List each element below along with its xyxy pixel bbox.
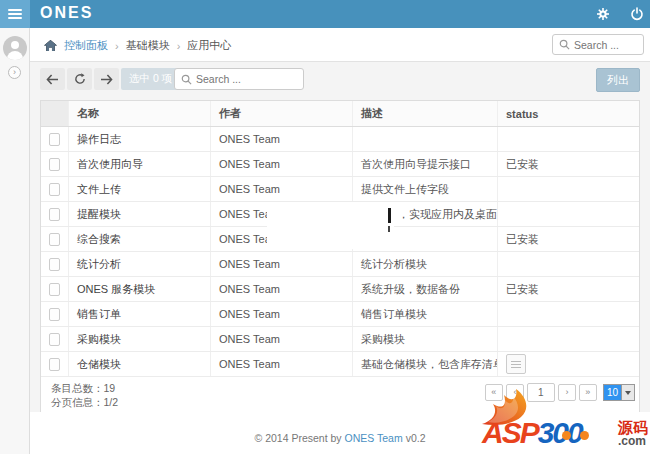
- row-checkbox-cell: [41, 127, 69, 151]
- module-description: 采购模块: [353, 327, 498, 351]
- row-checkbox[interactable]: [49, 233, 60, 246]
- module-description: 销售订单模块: [353, 302, 498, 326]
- page-prev-button[interactable]: ‹: [506, 384, 524, 401]
- table-row: 操作日志ONES Team: [41, 127, 639, 152]
- module-status: 已安装: [498, 227, 639, 251]
- row-checkbox-cell: [41, 152, 69, 176]
- pagination: « ‹ 1 › » 10: [485, 383, 635, 402]
- total-count-value: 19: [104, 382, 116, 394]
- gear-icon[interactable]: [596, 7, 610, 21]
- selected-count-label: 选中 0 项: [129, 72, 172, 86]
- search-icon: [559, 39, 570, 50]
- row-checkbox[interactable]: [49, 208, 60, 221]
- row-checkbox[interactable]: [49, 258, 60, 271]
- row-checkbox[interactable]: [49, 158, 60, 171]
- row-checkbox[interactable]: [49, 333, 60, 346]
- row-checkbox-cell: [41, 352, 69, 376]
- module-name: 操作日志: [69, 127, 211, 151]
- text-cursor-tick: [388, 226, 390, 232]
- table-row: 仓储模块ONES Team基础仓储模块，包含库存清单，出...: [41, 352, 639, 377]
- collapse-icon[interactable]: ›: [8, 66, 21, 79]
- table-search-input[interactable]: [196, 73, 297, 85]
- module-status: 已安装: [498, 152, 639, 176]
- column-header-status[interactable]: status: [498, 101, 639, 126]
- column-header-author[interactable]: 作者: [211, 101, 353, 126]
- app-window: ONES ›: [0, 0, 650, 454]
- module-status: [498, 352, 639, 376]
- breadcrumb-bar: 控制面板 › 基础模块 › 应用中心: [30, 28, 650, 62]
- row-checkbox-cell: [41, 252, 69, 276]
- table-row: 首次使用向导ONES Team首次使用向导提示接口已安装: [41, 152, 639, 177]
- app-logo: ONES: [40, 4, 93, 22]
- copyright: © 2014 Present by ONES Team v0.2: [30, 432, 650, 444]
- module-author: ONES Team: [211, 177, 353, 201]
- module-author: ONES Team: [211, 252, 353, 276]
- back-button[interactable]: [40, 68, 65, 90]
- global-search-input[interactable]: [574, 39, 637, 51]
- module-description: 基础仓储模块，包含库存清单，出...: [353, 352, 498, 376]
- row-checkbox[interactable]: [49, 308, 60, 321]
- table-body: 操作日志ONES Team首次使用向导ONES Team首次使用向导提示接口已安…: [41, 127, 639, 377]
- header-checkbox-cell: [41, 101, 69, 126]
- module-name: 销售订单: [69, 302, 211, 326]
- refresh-button[interactable]: [67, 68, 92, 90]
- module-description: 统计分析模块: [353, 252, 498, 276]
- select-arrow-icon: [621, 385, 634, 400]
- module-name: 提醒模块: [69, 202, 211, 226]
- breadcrumb-item-control-panel[interactable]: 控制面板: [64, 38, 108, 53]
- row-checkbox-cell: [41, 177, 69, 201]
- page-current-button[interactable]: 1: [527, 383, 555, 402]
- module-name: 统计分析: [69, 252, 211, 276]
- back-icon: [46, 74, 59, 85]
- module-status: 已安装: [498, 277, 639, 301]
- column-header-desc[interactable]: 描述: [353, 101, 498, 126]
- home-icon[interactable]: [44, 40, 57, 52]
- module-author: ONES Team: [211, 127, 353, 151]
- module-name: 文件上传: [69, 177, 211, 201]
- row-checkbox[interactable]: [49, 183, 60, 196]
- left-sidebar: ›: [0, 28, 30, 454]
- module-author: ONES Team: [211, 327, 353, 351]
- page-size-select[interactable]: 10: [603, 384, 635, 401]
- table-row: 统计分析ONES Team统计分析模块: [41, 252, 639, 277]
- breadcrumb: 控制面板 › 基础模块 › 应用中心: [44, 38, 231, 53]
- row-checkbox-cell: [41, 202, 69, 226]
- row-checkbox-cell: [41, 327, 69, 351]
- module-status: [498, 177, 639, 201]
- breadcrumb-item-base-modules[interactable]: 基础模块: [126, 38, 170, 53]
- row-checkbox[interactable]: [49, 133, 60, 146]
- forward-button[interactable]: [94, 68, 119, 90]
- row-action-button[interactable]: [506, 354, 526, 374]
- table-summary: 条目总数：19 分页信息：1/2 « ‹ 1 › » 10: [41, 377, 639, 412]
- row-checkbox-cell: [41, 302, 69, 326]
- list-button[interactable]: 列出: [596, 68, 640, 92]
- top-bar: ONES: [0, 0, 650, 28]
- table-row: ONES 服务模块ONES Team系统升级，数据备份已安装: [41, 277, 639, 302]
- table-search-box: [174, 68, 304, 90]
- power-icon[interactable]: [630, 7, 644, 21]
- module-status: [498, 202, 639, 226]
- module-author: ONES Team: [211, 302, 353, 326]
- page-first-button[interactable]: «: [485, 384, 503, 401]
- global-search-box: [552, 34, 644, 55]
- page-next-button[interactable]: ›: [558, 384, 576, 401]
- page-last-button[interactable]: »: [579, 384, 597, 401]
- footer-team-link[interactable]: ONES Team: [345, 432, 403, 444]
- menu-toggle-button[interactable]: [0, 0, 30, 28]
- breadcrumb-separator: ›: [115, 40, 119, 52]
- row-checkbox[interactable]: [49, 358, 60, 371]
- table-row: 销售订单ONES Team销售订单模块: [41, 302, 639, 327]
- module-status: [498, 327, 639, 351]
- module-name: 采购模块: [69, 327, 211, 351]
- module-description: 提供文件上传字段: [353, 177, 498, 201]
- avatar[interactable]: [3, 36, 27, 60]
- main-content: 选中 0 项 列出 名称 作者 描述 status 操作日志ONES Team首…: [30, 62, 650, 454]
- page-info-value: 1/2: [104, 396, 119, 408]
- module-author: ONES Team: [211, 152, 353, 176]
- column-header-name[interactable]: 名称: [69, 101, 211, 126]
- row-checkbox[interactable]: [49, 283, 60, 296]
- table-row: 采购模块ONES Team采购模块: [41, 327, 639, 352]
- forward-icon: [100, 74, 113, 85]
- module-author: ONES Team: [211, 277, 353, 301]
- breadcrumb-item-app-center: 应用中心: [187, 38, 231, 53]
